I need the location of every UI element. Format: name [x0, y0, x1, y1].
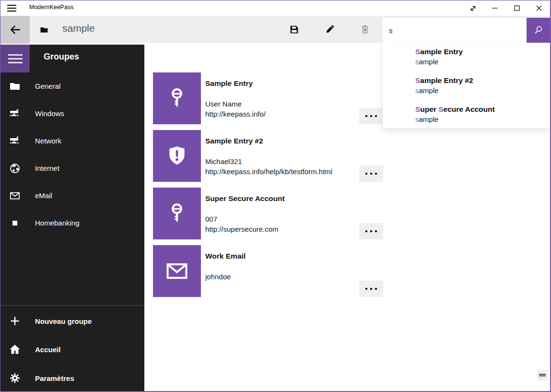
sidebar-item-general[interactable]: General: [0, 72, 144, 100]
entry-details: User Name http://keepass.info/: [205, 99, 266, 119]
minimize-icon: [491, 4, 499, 12]
nav-hamburger-button[interactable]: [0, 45, 30, 72]
group-list: General Windows: [0, 72, 144, 237]
home-button[interactable]: Accueil: [0, 335, 144, 363]
edit-icon: [325, 24, 335, 34]
back-button[interactable]: [0, 16, 30, 44]
sidebar-item-internet[interactable]: Internet: [0, 154, 144, 182]
settings-button[interactable]: Paramètres: [0, 364, 144, 392]
window-controls: [462, 0, 550, 16]
entry-details: Michael321 http://keepass.info/help/kb/t…: [205, 156, 332, 177]
entry-row[interactable]: Work Email johndoe: [153, 245, 383, 297]
sidebar-item-network[interactable]: Network: [0, 127, 144, 154]
entry-title: Super Secure Account: [205, 194, 285, 203]
entry-more-button[interactable]: [359, 281, 383, 297]
save-icon: [289, 24, 299, 35]
sidebar-item-homebanking[interactable]: Homebanking: [0, 209, 144, 237]
fullscreen-icon: [469, 4, 477, 12]
network-icon: [9, 135, 21, 147]
fullscreen-button[interactable]: [462, 0, 484, 16]
search-input[interactable]: [383, 18, 527, 43]
sidebar-item-windows[interactable]: Windows: [0, 100, 144, 127]
search-box: [383, 18, 527, 43]
square-icon: [9, 217, 21, 229]
entry-row[interactable]: Sample Entry User Name http://keepass.in…: [153, 72, 383, 124]
edit-button[interactable]: [318, 16, 341, 43]
window-title: ModernKeePass: [29, 4, 73, 11]
entry-row[interactable]: Super Secure Account 007 http://supersec…: [153, 188, 383, 239]
search-suggestions: Sample Entry sample Sample Entry #2 samp…: [383, 43, 550, 128]
plus-icon: [9, 315, 21, 327]
close-button[interactable]: [528, 0, 550, 16]
sidebar: Groupes General Windows: [0, 45, 144, 391]
maximize-button[interactable]: [506, 0, 528, 16]
search-icon: [533, 25, 544, 36]
mail-icon: [153, 245, 201, 297]
app-window: ModernKeePass: [0, 0, 551, 392]
suggestion-item[interactable]: Sample Entry #2 sample: [383, 76, 550, 103]
database-icon: [39, 25, 49, 35]
key-icon: [153, 72, 201, 124]
home-icon: [9, 344, 21, 355]
maximize-icon: [513, 4, 521, 12]
database-title: sample: [62, 23, 95, 34]
commandbar-more-button[interactable]: [537, 370, 548, 380]
titlebar-hamburger-icon[interactable]: [7, 4, 17, 12]
entry-details: johndoe: [205, 272, 231, 282]
suggestion-item[interactable]: Sample Entry sample: [383, 48, 550, 74]
groups-header: Groupes: [44, 52, 79, 62]
back-arrow-icon: [9, 24, 22, 36]
entry-title: Sample Entry #2: [205, 137, 263, 145]
mail-icon: [9, 190, 21, 202]
network-icon: [9, 108, 21, 119]
sidebar-item-email[interactable]: eMail: [0, 182, 144, 209]
appbar: sample: [0, 16, 550, 43]
entry-details: 007 http://supersecure.com: [205, 214, 279, 234]
entry-title: Sample Entry: [205, 79, 253, 88]
entry-title: Work Email: [205, 252, 246, 261]
delete-button[interactable]: [353, 16, 376, 43]
suggestion-item[interactable]: Super Secure Account sample: [383, 105, 550, 132]
globe-icon: [9, 163, 21, 174]
close-icon: [535, 4, 543, 12]
titlebar: ModernKeePass: [0, 0, 550, 16]
sidebar-divider: [0, 305, 144, 306]
entry-row[interactable]: Sample Entry #2 Michael321 http://keepas…: [153, 130, 383, 182]
entry-more-button[interactable]: [359, 108, 383, 124]
save-button[interactable]: [282, 16, 305, 43]
new-group-button[interactable]: Nouveau groupe: [0, 307, 144, 335]
shield-alert-icon: [153, 130, 201, 182]
gear-icon: [9, 372, 21, 384]
search-button[interactable]: [527, 18, 550, 43]
key-icon: [153, 188, 201, 239]
minimize-button[interactable]: [484, 0, 506, 16]
delete-icon: [360, 24, 370, 34]
entry-more-button[interactable]: [359, 166, 383, 182]
commandbar-more-icon: [539, 374, 546, 377]
entry-more-button[interactable]: [359, 223, 383, 239]
folder-icon: [9, 81, 21, 92]
